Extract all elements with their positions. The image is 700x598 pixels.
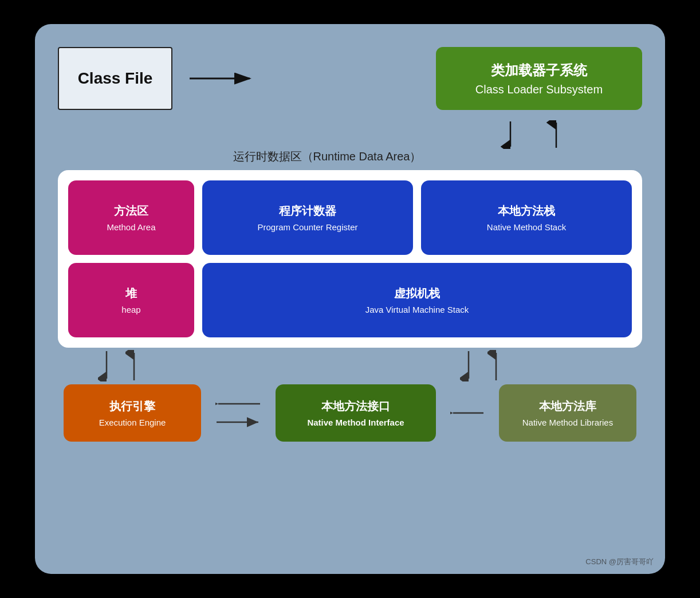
native-libraries-zh: 本地方法库 <box>539 399 596 414</box>
heap-zh: 堆 <box>125 286 137 301</box>
jvm-stack-en: Java Virtual Machine Stack <box>365 305 469 314</box>
middle-connector-arrows <box>58 348 642 382</box>
left-arrows <box>81 350 143 381</box>
class-file-arrow <box>190 67 258 90</box>
bottom-boxes-row: 执行引擎 Execution Engine <box>58 384 642 442</box>
left-up-arrow <box>125 350 143 381</box>
right-top-cells: 程序计数器 Program Counter Register 本地方法栈 Nat… <box>202 180 632 255</box>
native-method-stack-en: Native Method Stack <box>487 222 566 232</box>
down-arrow-left <box>499 120 522 149</box>
native-libraries-box: 本地方法库 Native Method Libraries <box>499 384 636 442</box>
program-counter-en: Program Counter Register <box>257 222 357 232</box>
native-method-stack-box: 本地方法栈 Native Method Stack <box>421 180 632 255</box>
right-arrows <box>460 350 619 381</box>
up-arrow-right <box>545 120 568 149</box>
class-loader-zh: 类加载器子系统 <box>491 61 587 80</box>
native-interface-en: Native Method Interface <box>307 418 404 427</box>
right-down-arrow <box>460 350 477 381</box>
right-up-arrow <box>487 350 505 381</box>
jvm-stack-zh: 虚拟机栈 <box>394 286 440 301</box>
method-area-box: 方法区 Method Area <box>68 180 194 255</box>
horiz-right-arrow <box>215 416 261 428</box>
method-area-en: Method Area <box>107 222 155 232</box>
native-interface-zh: 本地方法接口 <box>321 399 390 414</box>
native-libraries-en: Native Method Libraries <box>522 418 613 427</box>
native-interface-box: 本地方法接口 Native Method Interface <box>276 384 436 442</box>
execution-engine-box: 执行引擎 Execution Engine <box>64 384 201 442</box>
program-counter-zh: 程序计数器 <box>279 203 336 219</box>
horiz-arrows-group <box>215 398 261 428</box>
native-method-stack-zh: 本地方法栈 <box>498 203 555 219</box>
left-down-arrow <box>98 350 115 381</box>
jvm-stack-box: 虚拟机栈 Java Virtual Machine Stack <box>202 263 632 337</box>
class-file-box: Class File <box>58 47 172 110</box>
main-container: Class File 类加载器子系统 Class Loader Subsyste… <box>35 24 665 574</box>
top-connector-arrows <box>58 120 642 149</box>
horiz-arrow-libs-to-interface <box>450 407 485 419</box>
class-loader-box: 类加载器子系统 Class Loader Subsystem <box>436 47 642 110</box>
top-section: Class File 类加载器子系统 Class Loader Subsyste… <box>58 41 642 110</box>
method-area-zh: 方法区 <box>114 203 148 219</box>
heap-box: 堆 heap <box>68 263 194 337</box>
runtime-label: 运行时数据区（Runtime Data Area） <box>12 149 642 164</box>
horiz-left-arrow <box>215 398 261 410</box>
heap-en: heap <box>121 305 140 314</box>
execution-engine-en: Execution Engine <box>99 418 166 427</box>
class-file-label: Class File <box>78 69 153 88</box>
runtime-area: 方法区 Method Area 程序计数器 Program Counter Re… <box>58 170 642 348</box>
execution-engine-zh: 执行引擎 <box>109 399 155 414</box>
watermark: CSDN @厉害哥哥吖 <box>585 557 654 567</box>
program-counter-box: 程序计数器 Program Counter Register <box>202 180 413 255</box>
class-loader-en: Class Loader Subsystem <box>475 83 603 96</box>
